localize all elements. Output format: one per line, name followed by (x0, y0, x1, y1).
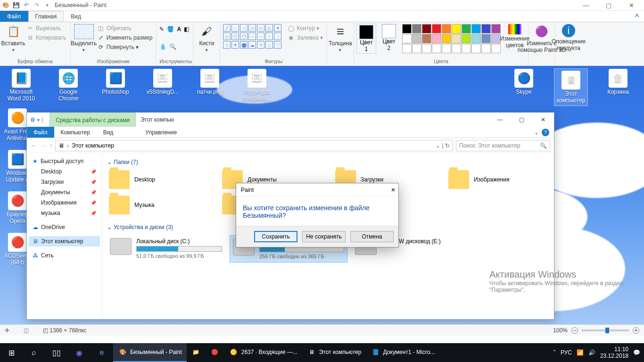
up-icon[interactable]: ↑ (50, 142, 52, 149)
color-swatch[interactable] (471, 34, 481, 43)
color-swatch[interactable] (412, 34, 421, 43)
sidebar-network[interactable]: 🖧Сеть (29, 250, 100, 261)
desktop-icon[interactable]: 🟦Photoshop (99, 69, 132, 102)
taskbar-item[interactable]: 📁 (187, 343, 206, 362)
notifications-icon[interactable]: 💬 (633, 349, 640, 356)
folder-item[interactable]: Изображения (446, 168, 554, 191)
cancel-button[interactable]: Отмена (350, 231, 394, 242)
paint3d-button[interactable]: 🟣Изменить с помощью Paint 3D (531, 24, 552, 53)
color-swatch[interactable] (402, 24, 412, 33)
desktop-icon[interactable]: 🖼патчи.png (193, 69, 226, 102)
sidebar-item[interactable]: Документы📌 (29, 187, 100, 197)
copy-button[interactable]: ⧉Копировать (25, 33, 67, 42)
desktop-icon[interactable]: 🔵Skype (507, 69, 540, 106)
desktop-icon[interactable]: 🖼структура продающ... (240, 69, 273, 102)
sidebar-item[interactable]: Desktop📌 (29, 166, 100, 177)
edge-button[interactable]: e (91, 343, 113, 362)
color1-button[interactable]: Цвет 1 (357, 24, 376, 53)
color-swatch[interactable] (462, 34, 471, 43)
brushes-button[interactable]: 🖌 Кисти ▾ (196, 24, 217, 52)
taskbar-item[interactable]: 📘Документ1 - Micro... (366, 343, 439, 362)
explorer-close[interactable]: ✕ (532, 113, 554, 126)
clock[interactable]: 11:10 23.12.2018 (600, 346, 628, 360)
tray-expand-icon[interactable]: ˄ (553, 349, 556, 356)
outline-button[interactable]: ◯Контур ▾ (286, 24, 324, 33)
explorer-search[interactable]: Поиск: Этот компьютер 🔍 (456, 140, 550, 151)
sidebar-item[interactable]: Изображения📌 (29, 197, 100, 208)
picker-icon[interactable]: 💧 (159, 43, 166, 50)
ex-tab-view[interactable]: Вид (97, 127, 120, 138)
forward-icon[interactable]: → (40, 142, 46, 149)
cut-button[interactable]: ✂Вырезать (25, 24, 67, 33)
color-swatch[interactable] (491, 24, 501, 33)
undo-icon[interactable]: ↶ (23, 1, 30, 9)
desktop-icon[interactable]: 🖼v5SttniegD... (146, 69, 179, 102)
search-button[interactable]: ⌕ (23, 343, 45, 362)
crop-button[interactable]: ◫Обрезать (96, 24, 154, 33)
zoom-icon[interactable]: 🔍 (169, 43, 176, 50)
explorer-maximize[interactable]: ▢ (511, 113, 532, 126)
folders-header[interactable]: ⌄Папки (7) (107, 156, 549, 168)
volume-icon[interactable]: 🔊 (588, 349, 595, 356)
redo-icon[interactable]: ↷ (33, 1, 41, 9)
sidebar-quick-access[interactable]: ★Быстрый доступ (29, 156, 100, 166)
color-swatch[interactable] (491, 34, 501, 43)
back-icon[interactable]: ← (31, 142, 36, 149)
color-palette[interactable] (402, 24, 501, 53)
tab-view[interactable]: Вид (64, 11, 88, 22)
sidebar-item[interactable]: музыка📌 (29, 208, 100, 218)
text-icon[interactable]: A (177, 26, 181, 33)
color2-button[interactable]: Цвет 2 (380, 24, 398, 51)
thickness-button[interactable]: ≡Толщина▾ (330, 24, 351, 52)
zoom-slider[interactable] (582, 329, 629, 331)
color-swatch[interactable] (442, 34, 451, 43)
ribbon-collapse-icon[interactable]: ^ (630, 11, 644, 22)
taskview-button[interactable]: ▯▯ (45, 343, 68, 362)
desktop-icon[interactable]: 🌐Google Chrome (52, 69, 85, 102)
color-swatch[interactable] (481, 34, 491, 43)
close-button[interactable]: ✕ (620, 0, 642, 10)
fill-icon[interactable]: 🪣 (167, 26, 174, 33)
color-swatch[interactable] (412, 24, 421, 33)
explorer-minimize[interactable]: — (489, 113, 511, 126)
color-swatch[interactable] (432, 24, 441, 33)
color-swatch[interactable] (422, 24, 431, 33)
resize-button[interactable]: ⤢Изменить размер (96, 33, 154, 42)
sidebar-onedrive[interactable]: ☁OneDrive (29, 222, 100, 232)
dialog-close-icon[interactable]: ✕ (391, 187, 396, 193)
color-swatch[interactable] (452, 24, 461, 33)
color-swatch[interactable] (462, 24, 471, 33)
help-icon[interactable]: ? (542, 129, 549, 136)
pencil-icon[interactable]: ✎ (159, 26, 164, 33)
tab-home[interactable]: Главная (28, 11, 64, 22)
start-button[interactable]: ⊞ (0, 343, 23, 362)
desktop-icon[interactable]: 📘Microsoft Word 2010 (5, 69, 38, 102)
ex-tab-file[interactable]: Файл (27, 127, 54, 138)
taskbar-item[interactable]: 🎨Безымянный - Paint (113, 343, 187, 362)
color-swatch[interactable] (432, 34, 441, 43)
product-alert-button[interactable]: iОповещение продукта (558, 24, 579, 51)
eraser-icon[interactable]: ◧ (184, 26, 189, 33)
desktop-icon[interactable]: 🖥Этот компьютер (554, 69, 587, 106)
zoom-out-icon[interactable]: − (571, 327, 578, 334)
maximize-button[interactable]: ▢ (598, 0, 619, 10)
address-path[interactable]: 🖥 › Этот компьютер ⌄ | ↻ (55, 140, 453, 151)
context-tab-header[interactable]: Средства работы с дисками (50, 113, 136, 127)
shapes-gallery[interactable]: ╱⟋○▭◇△▾ ◇⬠⬡→←↑↓ ☆✦⬤☁⟡⌂♡ (223, 24, 281, 49)
dont-save-button[interactable]: Не сохранять (302, 231, 346, 242)
color-swatch[interactable] (471, 24, 481, 33)
sidebar-item[interactable]: Загрузки📌 (29, 177, 100, 187)
color-swatch[interactable] (481, 24, 491, 33)
desktop-icon[interactable]: 🗑Корзина (602, 69, 635, 106)
sidebar-this-pc[interactable]: 🖥Этот компьютер (29, 236, 100, 247)
cortana-button[interactable]: ◉ (68, 343, 91, 362)
zoom-in-icon[interactable]: + (633, 327, 639, 334)
minimize-button[interactable]: — (575, 0, 597, 10)
color-swatch[interactable] (402, 34, 412, 43)
paint-canvas[interactable]: 📘Microsoft Word 2010🌐Google Chrome🟦Photo… (0, 66, 644, 324)
wifi-icon[interactable]: 📶 (577, 349, 584, 356)
tab-file[interactable]: Файл (0, 11, 28, 22)
fill-shape-button[interactable]: ◉Заливка ▾ (286, 33, 324, 42)
ribbon-collapse-icon[interactable]: ⌄ (534, 129, 539, 136)
ex-tab-manage[interactable]: Управление (139, 127, 183, 138)
